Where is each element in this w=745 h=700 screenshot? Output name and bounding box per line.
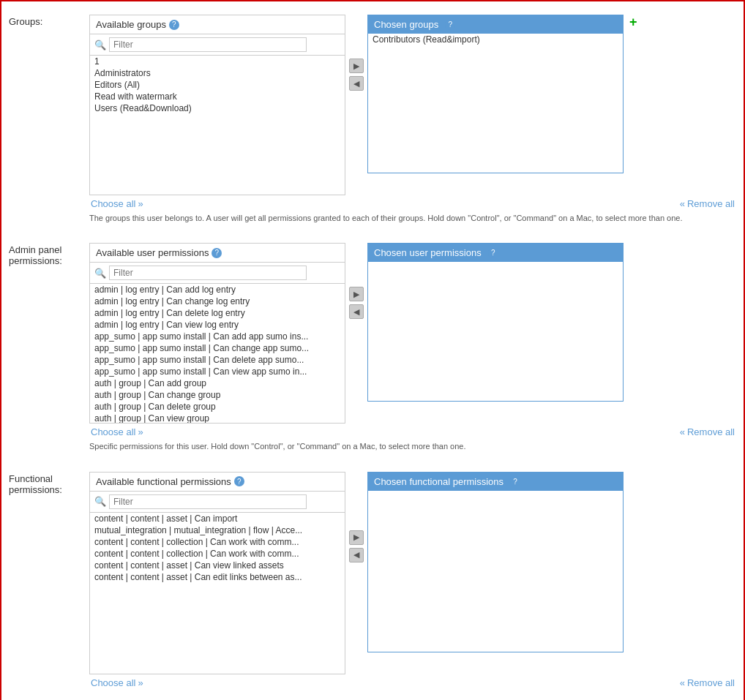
admin-permissions-choose-all-btn[interactable]: Choose all »: [91, 426, 143, 437]
functional-choose-remove-row: Choose all » « Remove all: [89, 677, 736, 688]
chosen-functional-list[interactable]: [368, 491, 623, 652]
list-item[interactable]: app_sumo | app sumo install | Can delete…: [90, 354, 345, 366]
groups-dual-select: Available groups ? 🔍 1 Administrators Ed…: [89, 15, 736, 195]
list-item[interactable]: content | content | collection | Can wor…: [90, 548, 345, 560]
chosen-groups-box: Chosen groups ? Contributors (Read&impor…: [367, 15, 624, 173]
chosen-functional-header: Chosen functional permissions ?: [368, 473, 623, 491]
available-groups-box: Available groups ? 🔍 1 Administrators Ed…: [89, 15, 345, 195]
groups-choose-all-btn[interactable]: Choose all »: [91, 198, 143, 209]
admin-permissions-remove-all-btn[interactable]: « Remove all: [680, 426, 735, 437]
available-permissions-help-icon[interactable]: ?: [211, 248, 222, 258]
admin-permissions-content: Available user permissions ? 🔍 admin | l…: [89, 243, 736, 452]
list-item[interactable]: content | content | collection | Can wor…: [90, 536, 345, 548]
groups-hint: The groups this user belongs to. A user …: [89, 213, 736, 224]
permissions-search-icon: 🔍: [94, 268, 106, 279]
list-item[interactable]: app_sumo | app sumo install | Can change…: [90, 342, 345, 354]
available-functional-filter-row: 🔍: [90, 492, 345, 513]
chosen-permissions-header: Chosen user permissions ?: [368, 244, 623, 262]
functional-move-right-btn[interactable]: ▶: [349, 530, 364, 545]
chosen-permissions-label: Chosen user permissions: [374, 247, 482, 258]
list-item[interactable]: admin | log entry | Can change log entry: [90, 296, 345, 307]
functional-choose-all-icon: »: [138, 677, 143, 688]
chosen-permissions-box: Chosen user permissions ?: [367, 243, 624, 402]
groups-arrows: ▶ ◀: [345, 15, 367, 91]
available-groups-filter-row: 🔍: [90, 34, 345, 56]
functional-search-icon: 🔍: [94, 496, 106, 507]
list-item[interactable]: admin | log entry | Can delete log entry: [90, 307, 345, 319]
groups-move-left-btn[interactable]: ◀: [349, 76, 364, 91]
permissions-arrows: ▶ ◀: [345, 243, 367, 319]
groups-content: Available groups ? 🔍 1 Administrators Ed…: [89, 15, 736, 224]
permissions-move-left-btn[interactable]: ◀: [349, 304, 364, 319]
admin-permissions-choose-remove-row: Choose all » « Remove all: [89, 426, 736, 437]
available-functional-header: Available functional permissions ?: [90, 473, 345, 492]
admin-permissions-label: Admin panelpermissions:: [9, 243, 89, 452]
permissions-move-right-btn[interactable]: ▶: [349, 287, 364, 301]
list-item[interactable]: admin | log entry | Can view log entry: [90, 319, 345, 331]
available-permissions-box: Available user permissions ? 🔍 admin | l…: [89, 243, 345, 424]
admin-permissions-section: Admin panelpermissions: Available user p…: [9, 237, 736, 458]
functional-permissions-content: Available functional permissions ? 🔍 con…: [89, 472, 736, 688]
available-functional-label: Available functional permissions: [96, 476, 231, 487]
chosen-functional-help-icon[interactable]: ?: [510, 476, 520, 486]
list-item[interactable]: app_sumo | app sumo install | Can view a…: [90, 366, 345, 377]
list-item[interactable]: Read with watermark: [90, 91, 345, 102]
list-item[interactable]: content | content | asset | Can edit lin…: [90, 571, 345, 583]
list-item[interactable]: auth | group | Can delete group: [90, 401, 345, 413]
groups-move-right-btn[interactable]: ▶: [349, 59, 364, 73]
functional-permissions-section: Functionalpermissions: Available functio…: [9, 466, 736, 694]
list-item[interactable]: admin | log entry | Can add log entry: [90, 284, 345, 296]
groups-section: Groups: Available groups ? 🔍 1 Administr…: [9, 9, 736, 230]
list-item[interactable]: auth | group | Can view group: [90, 413, 345, 423]
functional-choose-all-btn[interactable]: Choose all »: [91, 677, 143, 688]
chosen-groups-help-icon[interactable]: ?: [445, 20, 455, 30]
chosen-functional-label: Chosen functional permissions: [374, 476, 503, 487]
available-permissions-list[interactable]: admin | log entry | Can add log entry ad…: [90, 284, 345, 423]
functional-move-left-btn[interactable]: ◀: [349, 548, 364, 562]
list-item[interactable]: Contributors (Read&import): [368, 34, 623, 45]
chosen-permissions-help-icon[interactable]: ?: [488, 248, 498, 258]
chosen-groups-list[interactable]: Contributors (Read&import): [368, 34, 623, 173]
admin-permissions-remove-all-icon: «: [680, 426, 685, 437]
available-functional-help-icon[interactable]: ?: [234, 476, 244, 486]
permissions-filter-input[interactable]: [109, 266, 307, 280]
available-functional-list[interactable]: content | content | asset | Can import m…: [90, 513, 345, 674]
list-item[interactable]: Users (Read&Download): [90, 102, 345, 114]
list-item[interactable]: content | content | asset | Can import: [90, 513, 345, 524]
groups-label: Groups:: [9, 15, 89, 224]
admin-permissions-choose-all-label: Choose all: [91, 426, 135, 437]
functional-remove-all-icon: «: [680, 677, 685, 688]
list-item[interactable]: auth | group | Can change group: [90, 389, 345, 401]
available-groups-list[interactable]: 1 Administrators Editors (All) Read with…: [90, 56, 345, 195]
list-item[interactable]: content | content | asset | Can view lin…: [90, 560, 345, 571]
available-groups-help-icon[interactable]: ?: [169, 20, 179, 30]
groups-filter-input[interactable]: [109, 37, 307, 52]
functional-arrows: ▶ ◀: [345, 472, 367, 562]
admin-permissions-remove-all-label: Remove all: [687, 426, 735, 437]
list-item[interactable]: app_sumo | app sumo install | Can add ap…: [90, 331, 345, 342]
groups-remove-all-icon: «: [680, 198, 685, 209]
available-functional-box: Available functional permissions ? 🔍 con…: [89, 472, 345, 674]
groups-remove-all-btn[interactable]: « Remove all: [680, 198, 735, 209]
groups-choose-remove-row: Choose all » « Remove all: [89, 198, 736, 209]
list-item[interactable]: mutual_integration | mutual_integration …: [90, 524, 345, 536]
groups-choose-all-label: Choose all: [91, 198, 135, 209]
functional-remove-all-label: Remove all: [687, 677, 735, 688]
list-item[interactable]: Administrators: [90, 67, 345, 79]
available-permissions-filter-row: 🔍: [90, 263, 345, 284]
functional-permissions-label: Functionalpermissions:: [9, 472, 89, 688]
available-groups-label: Available groups: [96, 19, 166, 30]
groups-plus-icon[interactable]: +: [629, 15, 637, 30]
list-item[interactable]: Editors (All): [90, 79, 345, 91]
chosen-permissions-list[interactable]: [368, 262, 623, 401]
admin-permissions-choose-all-icon: »: [138, 426, 143, 437]
groups-search-icon: 🔍: [94, 39, 106, 50]
chosen-functional-box: Chosen functional permissions ?: [367, 472, 624, 652]
available-groups-header: Available groups ?: [90, 15, 345, 34]
list-item[interactable]: auth | group | Can add group: [90, 377, 345, 389]
functional-remove-all-btn[interactable]: « Remove all: [680, 677, 735, 688]
functional-choose-all-label: Choose all: [91, 677, 135, 688]
functional-filter-input[interactable]: [109, 494, 307, 509]
list-item[interactable]: 1: [90, 56, 345, 67]
admin-permissions-hint: Specific permissions for this user. Hold…: [89, 441, 736, 452]
